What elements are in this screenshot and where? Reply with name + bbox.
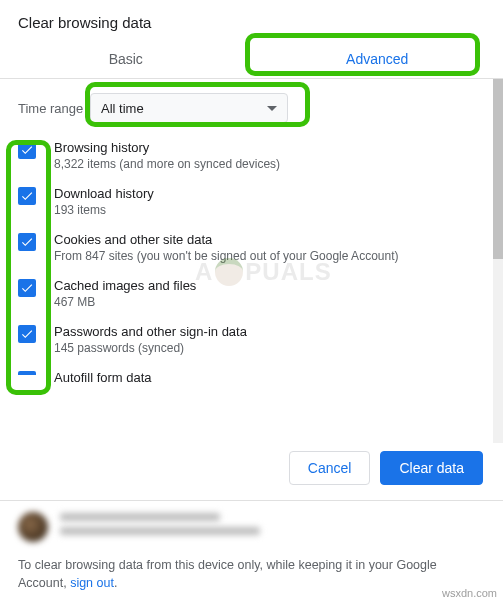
checkbox-download-history[interactable]: [18, 187, 36, 205]
account-row-blurred: [18, 512, 485, 542]
list-item: Cached images and files 467 MB: [18, 271, 481, 317]
tab-basic[interactable]: Basic: [0, 39, 252, 78]
time-range-value: All time: [101, 101, 144, 116]
item-title: Browsing history: [54, 140, 280, 155]
checkbox-passwords[interactable]: [18, 325, 36, 343]
clear-data-button[interactable]: Clear data: [380, 451, 483, 485]
item-title: Passwords and other sign-in data: [54, 324, 247, 339]
footer-text: To clear browsing data from this device …: [18, 556, 485, 594]
checkbox-cookies[interactable]: [18, 233, 36, 251]
sign-out-link[interactable]: sign out: [70, 576, 114, 590]
list-item: Browsing history 8,322 items (and more o…: [18, 133, 481, 179]
check-icon: [20, 189, 34, 203]
footer: To clear browsing data from this device …: [0, 498, 503, 602]
list-item: Cookies and other site data From 847 sit…: [18, 225, 481, 271]
data-type-list: Browsing history 8,322 items (and more o…: [0, 129, 503, 385]
item-subtitle: From 847 sites (you won't be signed out …: [54, 249, 398, 263]
avatar: [18, 512, 48, 542]
checkbox-browsing-history[interactable]: [18, 141, 36, 159]
list-item: Passwords and other sign-in data 145 pas…: [18, 317, 481, 363]
time-range-row: Time range All time: [0, 79, 503, 129]
item-title: Autofill form data: [54, 370, 152, 385]
list-item: Download history 193 items: [18, 179, 481, 225]
button-row: Cancel Clear data: [289, 451, 483, 485]
item-subtitle: 467 MB: [54, 295, 196, 309]
chevron-down-icon: [267, 106, 277, 111]
item-subtitle: 145 passwords (synced): [54, 341, 247, 355]
item-title: Cached images and files: [54, 278, 196, 293]
tabs: Basic Advanced: [0, 39, 503, 79]
time-range-select[interactable]: All time: [90, 93, 288, 123]
check-icon: [20, 327, 34, 341]
tab-advanced[interactable]: Advanced: [252, 39, 504, 78]
item-subtitle: 8,322 items (and more on synced devices): [54, 157, 280, 171]
check-icon: [20, 143, 34, 157]
cancel-button[interactable]: Cancel: [289, 451, 371, 485]
source-domain: wsxdn.com: [442, 587, 497, 599]
checkbox-cached[interactable]: [18, 279, 36, 297]
item-subtitle: 193 items: [54, 203, 154, 217]
scrollbar-thumb[interactable]: [493, 79, 503, 259]
time-range-label: Time range: [18, 101, 90, 116]
dialog-title: Clear browsing data: [0, 0, 503, 39]
item-title: Download history: [54, 186, 154, 201]
check-icon: [20, 235, 34, 249]
check-icon: [20, 281, 34, 295]
checkbox-autofill[interactable]: [18, 371, 36, 375]
list-item: Autofill form data: [18, 363, 481, 385]
item-title: Cookies and other site data: [54, 232, 398, 247]
